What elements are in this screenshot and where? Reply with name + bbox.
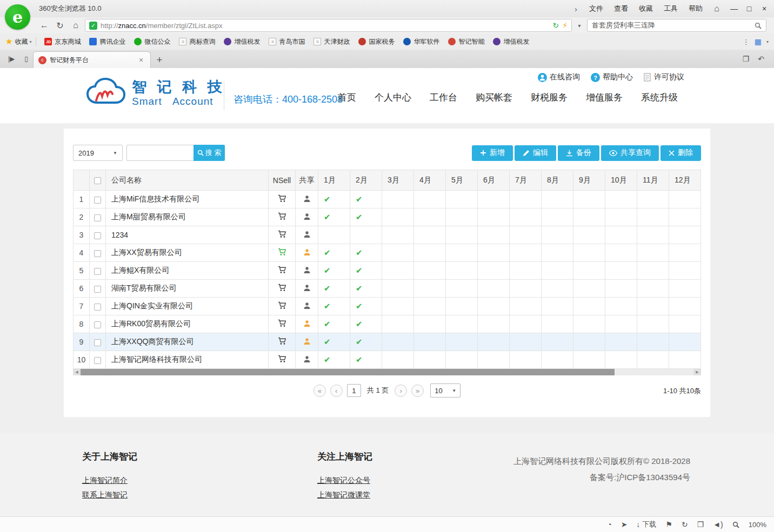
- menu-item-1[interactable]: 查看: [614, 4, 628, 14]
- bookmark-item[interactable]: JD京东商城: [41, 36, 84, 48]
- bookmark-item[interactable]: 增值税发: [220, 36, 264, 48]
- bookmark-item[interactable]: 腾讯企业: [85, 36, 129, 48]
- zoom-level-label[interactable]: 100%: [749, 521, 766, 529]
- speed-mode-icon[interactable]: ⚡: [562, 21, 568, 30]
- add-button[interactable]: 新增: [472, 145, 513, 161]
- cart-icon[interactable]: [278, 301, 286, 309]
- mobile-preview-icon[interactable]: ▯: [19, 50, 33, 68]
- browser-tab[interactable]: c 智记财务平台 ×: [33, 51, 151, 68]
- cart-icon[interactable]: [278, 319, 286, 327]
- nav-item-4[interactable]: 财税服务: [531, 91, 568, 104]
- menu-item-4[interactable]: 帮助: [689, 4, 703, 14]
- table-row[interactable]: 6湖南T贸易有限公司✔✔: [74, 280, 701, 298]
- share-person-icon[interactable]: [303, 284, 311, 292]
- nav-item-5[interactable]: 增值服务: [586, 91, 623, 104]
- page-size-select[interactable]: 10 ▼: [430, 383, 461, 398]
- browser-360-logo-icon[interactable]: e: [5, 4, 30, 30]
- quick-link[interactable]: 许可协议: [644, 72, 684, 82]
- row-checkbox[interactable]: [94, 232, 101, 239]
- table-row[interactable]: 2上海M甜贸易有限公司✔✔: [74, 208, 701, 226]
- tab-close-icon[interactable]: ×: [137, 56, 145, 64]
- scroll-left-icon[interactable]: ◀: [73, 369, 81, 375]
- cart-icon[interactable]: [278, 212, 286, 220]
- bookmark-item[interactable]: 商标查询: [175, 36, 219, 48]
- delete-button[interactable]: 删除: [660, 145, 701, 161]
- table-row[interactable]: 1上海MiF信息技术有限公司✔✔: [74, 191, 701, 208]
- nav-item-0[interactable]: 首页: [338, 91, 356, 104]
- favorites-star-icon[interactable]: ★: [5, 37, 12, 46]
- company-search-input[interactable]: [126, 145, 194, 161]
- bookmark-item[interactable]: 增值税发: [489, 36, 533, 48]
- table-row[interactable]: 10上海智记网络科技有限公司✔✔: [74, 351, 701, 369]
- nav-item-6[interactable]: 系统升级: [641, 91, 678, 104]
- footer-link[interactable]: 联系上海智记: [82, 490, 137, 500]
- menu-chevron-icon[interactable]: ›: [575, 4, 577, 14]
- flag-icon[interactable]: ⚑: [665, 520, 672, 529]
- row-checkbox[interactable]: [94, 268, 101, 275]
- share-query-button[interactable]: 共享查询: [601, 145, 659, 161]
- row-checkbox[interactable]: [94, 321, 101, 328]
- share-person-icon[interactable]: [303, 302, 311, 309]
- table-row[interactable]: 7上海QIN金实业有限公司✔✔: [74, 298, 701, 315]
- row-checkbox[interactable]: [94, 339, 101, 346]
- current-page-input[interactable]: 1: [347, 384, 361, 397]
- page-url[interactable]: http://znacc.cn/member/ztgl/ZtList.aspx: [101, 22, 549, 30]
- nav-item-2[interactable]: 工作台: [430, 91, 457, 104]
- share-person-icon[interactable]: [303, 195, 311, 203]
- apps-caret-icon[interactable]: ▾: [766, 39, 769, 44]
- menu-item-3[interactable]: 工具: [664, 4, 678, 14]
- footer-link[interactable]: 上海智记公众号: [317, 476, 372, 486]
- address-dropdown-icon[interactable]: ▾: [575, 23, 584, 29]
- site-logo[interactable]: 智 记 科 技 Smart Account: [84, 77, 225, 110]
- search-button[interactable]: 搜 索: [194, 145, 225, 161]
- sidebar-toggle-icon[interactable]: |▶: [3, 50, 19, 68]
- bookmark-item[interactable]: 天津财政: [310, 36, 353, 48]
- table-row[interactable]: 31234: [74, 226, 701, 244]
- bookmark-item[interactable]: 华军软件: [399, 36, 443, 48]
- home-button[interactable]: ⌂: [69, 19, 82, 32]
- footer-link[interactable]: 上海智记简介: [82, 476, 137, 486]
- share-person-icon[interactable]: [303, 213, 311, 220]
- first-page-button[interactable]: «: [313, 385, 326, 397]
- table-row[interactable]: 4上海XX贸易有限公司✔✔: [74, 244, 701, 262]
- bookmark-item[interactable]: 智记智能: [444, 36, 488, 48]
- zoom-search-icon[interactable]: [732, 521, 739, 528]
- row-checkbox[interactable]: [94, 304, 101, 311]
- favorites-label[interactable]: 收藏: [15, 37, 28, 46]
- scroll-right-icon[interactable]: ▶: [693, 369, 701, 375]
- edit-button[interactable]: 编辑: [515, 145, 556, 161]
- minimize-button[interactable]: —: [726, 0, 742, 17]
- maximize-button[interactable]: □: [742, 0, 757, 17]
- no-trace-mode-icon[interactable]: ↻: [552, 21, 559, 30]
- row-checkbox[interactable]: [94, 357, 101, 364]
- search-icon[interactable]: [755, 22, 762, 29]
- prev-page-button[interactable]: ‹: [330, 385, 343, 397]
- back-button[interactable]: ←: [38, 19, 51, 32]
- table-row[interactable]: 5上海鲲X有限公司✔✔: [74, 262, 701, 280]
- cart-icon[interactable]: [278, 266, 286, 274]
- titlebar-home-icon[interactable]: ⌂: [709, 0, 724, 17]
- volume-icon[interactable]: ◄): [713, 520, 723, 529]
- bookmark-item[interactable]: 国家税务: [355, 36, 398, 48]
- share-person-icon[interactable]: [303, 338, 311, 345]
- row-checkbox[interactable]: [94, 250, 101, 257]
- cart-icon[interactable]: [278, 337, 286, 345]
- apps-grid-icon[interactable]: ▦: [755, 37, 762, 46]
- cart-icon[interactable]: [278, 355, 286, 363]
- browser-search-box[interactable]: 首套房贷利率三连降: [587, 19, 766, 32]
- scrollbar-thumb[interactable]: [81, 369, 615, 375]
- cart-icon[interactable]: [278, 230, 286, 238]
- favorites-caret-icon[interactable]: ▾: [29, 39, 31, 44]
- share-person-icon[interactable]: [303, 320, 311, 327]
- year-select[interactable]: 2019 ▼: [73, 145, 123, 161]
- share-person-icon[interactable]: [303, 248, 311, 256]
- close-button[interactable]: ×: [757, 0, 772, 17]
- table-row[interactable]: 9上海XXQQ商贸有限公司✔✔: [74, 333, 701, 351]
- menu-item-0[interactable]: 文件: [589, 4, 603, 14]
- last-page-button[interactable]: »: [411, 385, 424, 397]
- menu-item-2[interactable]: 收藏: [639, 4, 653, 14]
- tile-windows-icon[interactable]: ❐: [743, 55, 750, 63]
- row-checkbox[interactable]: [94, 197, 101, 204]
- refresh-status-icon[interactable]: ↻: [682, 520, 688, 529]
- overflow-icon[interactable]: ⋮: [743, 38, 750, 46]
